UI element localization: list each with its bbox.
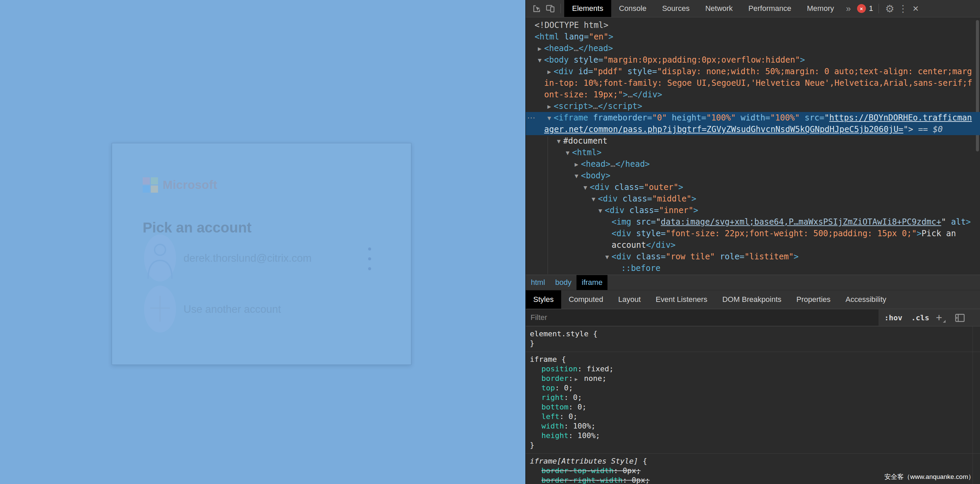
collapse-arrow-icon[interactable]: ▼ (589, 193, 598, 205)
devtools-tab-sources[interactable]: Sources (654, 0, 697, 17)
sidebar-tab-properties[interactable]: Properties (789, 290, 838, 309)
expand-arrow-icon[interactable]: ▶ (535, 43, 544, 54)
login-page: Microsoft Pick an account derek.thorslun… (0, 0, 525, 484)
new-style-rule-button[interactable]: + (936, 311, 942, 324)
sidebar-toggle-icon[interactable] (955, 314, 965, 323)
filter-input[interactable]: Filter (526, 309, 878, 326)
tree-row[interactable]: in-top: 10%;font-family: Segoe UI,SegoeU… (526, 77, 980, 89)
collapse-arrow-icon[interactable]: ▼ (554, 135, 563, 147)
tree-row[interactable]: ▼<body style="margin:0px;padding:0px;ove… (526, 54, 980, 66)
tree-row[interactable]: ager.net/common/pass.php?ijbgtrf=ZGVyZWs… (526, 124, 980, 135)
account-picker-card: Microsoft Pick an account derek.thorslun… (112, 143, 411, 365)
css-property[interactable]: top: 0; (530, 383, 980, 393)
rule-selector[interactable]: element.style (530, 330, 589, 338)
person-icon (144, 241, 176, 279)
dom-breadcrumb: htmlbodyiframe (526, 275, 980, 290)
devtools-panel: ElementsConsoleSourcesNetworkPerformance… (525, 0, 980, 484)
plus-circle (144, 286, 176, 333)
logo-square (143, 177, 150, 184)
tree-row[interactable]: ▼<div class="inner"> (526, 205, 980, 216)
brand-row: Microsoft (143, 176, 217, 194)
collapse-arrow-icon[interactable]: ▼ (596, 205, 605, 216)
tree-row[interactable]: <div style="font-size: 22px;font-weight:… (526, 228, 980, 239)
settings-gear-icon[interactable]: ⚙ (882, 3, 897, 14)
styles-filter-bar: Filter :hov.cls + (526, 309, 980, 327)
kebab-menu-icon[interactable]: ⋮ (897, 3, 909, 14)
screen: Microsoft Pick an account derek.thorslun… (0, 0, 980, 484)
tree-row[interactable]: ▼<div class="row tile" role="listitem"> (526, 251, 980, 262)
expand-arrow-icon[interactable]: ▶ (572, 159, 581, 170)
styles-pane: element.style {}iframe {position: fixed;… (526, 327, 980, 484)
collapse-arrow-icon[interactable]: ▼ (603, 251, 612, 262)
close-devtools-icon[interactable]: × (909, 3, 923, 14)
tree-row[interactable]: ▶<script>…</script> (526, 100, 980, 112)
collapse-arrow-icon[interactable]: ▼ (563, 147, 572, 158)
devtools-tab-elements[interactable]: Elements (564, 0, 611, 17)
error-badge[interactable]: × (857, 4, 866, 13)
css-property[interactable]: left: 0; (530, 412, 980, 421)
style-rule: iframe {position: fixed;border:▶ none;to… (526, 352, 980, 454)
sidebar-tab-dom-breakpoints[interactable]: DOM Breakpoints (715, 290, 789, 309)
expand-arrow-icon[interactable]: ▶ (545, 101, 554, 112)
breadcrumb-html[interactable]: html (526, 275, 550, 290)
css-property[interactable]: position: fixed; (530, 364, 980, 374)
collapse-arrow-icon[interactable]: ▼ (545, 112, 554, 124)
breadcrumb-iframe[interactable]: iframe (576, 275, 608, 290)
tree-row[interactable]: ont-size: 19px;">…</div> (526, 89, 980, 100)
styles-rules: element.style {}iframe {position: fixed;… (526, 327, 980, 484)
toggle-cls[interactable]: .cls (911, 313, 929, 322)
tree-row[interactable]: ▼<body> (526, 170, 980, 181)
sidebar-tab-layout[interactable]: Layout (611, 290, 648, 309)
sidebar-tab-event-listeners[interactable]: Event Listeners (648, 290, 715, 309)
collapse-arrow-icon[interactable]: ▼ (572, 170, 581, 181)
use-another-account-tile[interactable]: Use another account (112, 282, 411, 333)
tree-row[interactable]: account</div> (526, 239, 980, 251)
hidden-elements-marker-icon[interactable]: ⋯ (527, 112, 535, 124)
collapse-arrow-icon[interactable]: ▼ (535, 54, 544, 66)
css-property[interactable]: bottom: 0; (530, 402, 980, 412)
elements-tree: <!DOCTYPE html><html lang="en">▶<head>…<… (526, 17, 980, 275)
sidebar-tab-styles[interactable]: Styles (526, 290, 561, 309)
tree-row[interactable]: ▼#document (526, 135, 980, 147)
tree-row[interactable]: ▶<head>…</head> (526, 43, 980, 54)
tree-row[interactable]: ⋯▼<iframe frameborder="0" height="100%" … (526, 112, 980, 124)
breadcrumb-body[interactable]: body (550, 275, 577, 290)
tree-row[interactable]: ▶<div id="pddf" style="display: none;wid… (526, 66, 980, 77)
devtools-tab-memory[interactable]: Memory (799, 0, 842, 17)
css-property[interactable]: height: 100%; (530, 431, 980, 440)
collapse-arrow-icon[interactable]: ▼ (581, 182, 590, 193)
microsoft-logo (143, 177, 158, 193)
tree-row[interactable]: ▶<head>…</head> (526, 158, 980, 170)
tree-row[interactable]: <!DOCTYPE html> (526, 19, 980, 31)
logo-square (151, 186, 158, 193)
css-property[interactable]: width: 100%; (530, 421, 980, 431)
sidebar-tab-computed[interactable]: Computed (561, 290, 611, 309)
rule-selector[interactable]: iframe (530, 355, 557, 363)
pseudo-class-toggles: :hov.cls (884, 309, 929, 326)
styles-scroll-track (972, 327, 973, 484)
device-toolbar-icon[interactable] (544, 3, 557, 14)
devtools-tab-performance[interactable]: Performance (741, 0, 799, 17)
rule-selector[interactable]: iframe[Attributes Style] (530, 457, 638, 465)
tree-row[interactable]: ▼<div class="outer"> (526, 181, 980, 193)
toggle-hov[interactable]: :hov (884, 313, 902, 322)
account-tile[interactable]: derek.thorslund@citrix.com (112, 231, 411, 282)
account-options-icon[interactable] (368, 248, 371, 270)
css-property[interactable]: right: 0; (530, 393, 980, 402)
tree-row[interactable]: ▼<html> (526, 147, 980, 158)
microsoft-wordmark: Microsoft (163, 178, 217, 192)
devtools-toolbar: ElementsConsoleSourcesNetworkPerformance… (526, 0, 980, 17)
tree-row[interactable]: <img src="data:image/svg+xml;base64,P…ma… (526, 216, 980, 228)
tree-row[interactable]: <html lang="en"> (526, 31, 980, 43)
sidebar-tab-accessibility[interactable]: Accessibility (838, 290, 894, 309)
tree-row[interactable]: ▼<div class="middle"> (526, 193, 980, 205)
css-property[interactable]: border:▶ none; (530, 374, 980, 383)
more-tabs-chevron[interactable]: » (846, 3, 851, 14)
devtools-tab-network[interactable]: Network (697, 0, 741, 17)
tree-row[interactable]: ::before (526, 262, 980, 274)
expand-shorthand-icon: ▶ (573, 376, 579, 382)
avatar (144, 235, 176, 281)
expand-arrow-icon[interactable]: ▶ (545, 66, 554, 77)
devtools-tab-console[interactable]: Console (611, 0, 654, 17)
inspect-element-icon[interactable] (530, 3, 544, 14)
